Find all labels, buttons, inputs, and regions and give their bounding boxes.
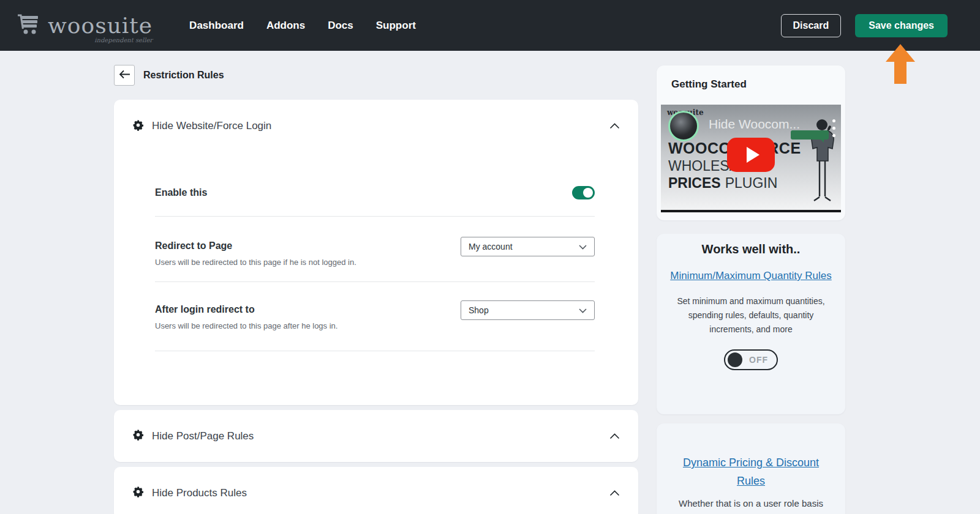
works-well-title: Works well with.. [669,242,833,256]
gear-icon [132,119,144,133]
enable-this-row: Enable this [155,185,595,200]
chevron-down-icon [579,305,587,315]
divider [155,281,595,282]
enable-this-toggle[interactable] [572,186,595,199]
min-max-quantity-rules-description: Set minimum and maximum quantities, spen… [669,294,833,337]
kebab-menu-icon [832,119,835,137]
min-max-quantity-rules-link[interactable]: Minimum/Maximum Quantity Rules [670,267,832,285]
save-changes-button[interactable]: Save changes [855,14,948,37]
min-max-quantity-rules-toggle[interactable]: OFF [724,349,778,370]
enable-this-label: Enable this [155,187,207,199]
after-login-redirect-help: Users will be redirected to this page af… [155,321,595,330]
nav-link-addons[interactable]: Addons [266,20,305,32]
toggle-knob [728,352,742,367]
getting-started-card: Getting Started woosuite Hide Woocom... … [657,65,845,220]
chevron-up-icon[interactable] [609,433,620,439]
card-force-login-header[interactable]: Hide Website/Force Login [114,100,638,152]
brand-name: woosuite [48,13,153,38]
select-value: My account [469,242,513,251]
speech-bubble [791,130,829,140]
select-value: Shop [469,305,489,315]
video-overlay-title: Hide Woocom... [709,117,800,132]
redirect-to-page-help: Users will be redirected to this page if… [155,258,595,267]
card-post-page: Hide Post/Page Rules [114,410,638,462]
youtube-play-button[interactable] [727,138,775,172]
redirect-to-page-row: Redirect to Page Users will be redirecte… [155,237,595,267]
annotation-arrow-up-icon [886,44,915,84]
dynamic-pricing-rules-description: Whether that is on a user role basis [669,498,833,508]
card-title: Hide Website/Force Login [152,120,271,132]
chevron-down-icon [579,242,587,251]
nav-links: Dashboard Addons Docs Support [189,20,416,32]
divider [155,351,595,351]
video-headline-3: PRICESPLUGIN [668,175,777,192]
redirect-to-page-select[interactable]: My account [461,237,595,256]
cart-icon [16,13,42,38]
gear-icon [132,429,144,443]
play-icon [747,147,760,163]
toggle-off-label: OFF [749,355,768,365]
gear-icon [132,486,144,500]
nav-actions: Discard Save changes [781,14,948,37]
card-products-header[interactable]: Hide Products Rules [114,467,638,514]
after-login-redirect-select[interactable]: Shop [461,300,595,320]
after-login-redirect-row: After login redirect to Users will be re… [155,300,595,330]
page-title: Restriction Rules [143,70,224,81]
card-title: Hide Post/Page Rules [152,430,254,442]
divider [155,216,595,217]
brand-tagline: independent seller [94,37,153,43]
card-products: Hide Products Rules [114,467,638,514]
nav-link-docs[interactable]: Docs [328,20,353,32]
works-well-card: Works well with.. Minimum/Maximum Quanti… [657,234,845,414]
discard-button[interactable]: Discard [781,14,842,37]
arrow-left-icon [119,70,130,81]
chevron-up-icon[interactable] [609,490,620,496]
nav-link-support[interactable]: Support [376,20,416,32]
card-post-page-header[interactable]: Hide Post/Page Rules [114,410,638,462]
chevron-up-icon[interactable] [609,123,620,129]
page-header: Restriction Rules [114,65,224,86]
dynamic-pricing-rules-link[interactable]: Dynamic Pricing & Discount Rules [669,453,833,490]
dynamic-pricing-card: Dynamic Pricing & Discount Rules Whether… [657,423,845,514]
presenter-avatar [668,111,699,141]
brand-logo: woosuite independent seller [16,13,153,38]
getting-started-title: Getting Started [671,78,845,91]
card-force-login: Hide Website/Force Login Enable this Red… [114,100,638,405]
nav-link-dashboard[interactable]: Dashboard [189,20,244,32]
video-thumbnail[interactable]: woosuite Hide Woocom... WOOCOMMERCE WHOL… [661,105,841,212]
back-button[interactable] [114,65,135,86]
top-navbar: woosuite independent seller Dashboard Ad… [0,0,980,51]
card-title: Hide Products Rules [152,487,247,499]
